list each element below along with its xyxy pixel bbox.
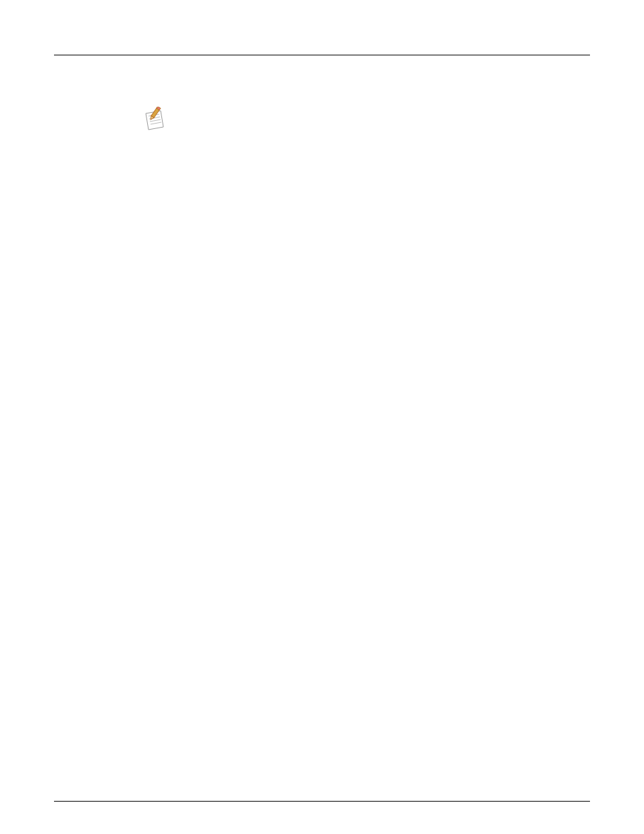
- page-footer: [54, 801, 590, 807]
- body-content: [54, 55, 590, 138]
- note-block: [142, 105, 590, 138]
- page: [0, 0, 644, 834]
- note-icon: [142, 105, 169, 138]
- running-header: [54, 51, 590, 55]
